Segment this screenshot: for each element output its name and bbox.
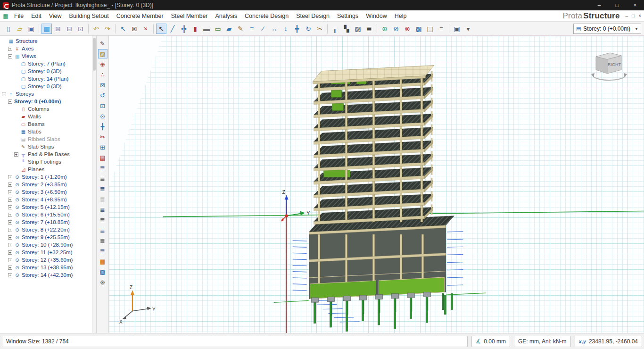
select-add-icon[interactable]: ↖: [118, 24, 128, 34]
load-case-3-icon[interactable]: ≣: [98, 184, 107, 193]
menu-steel-design[interactable]: Steel Design: [292, 11, 333, 21]
tree-item-storey-9-25-55m[interactable]: +⊙Storey: 9 (+25.55m): [0, 233, 92, 241]
pointer-icon[interactable]: ↖: [156, 24, 166, 34]
tree-item-strip-footings[interactable]: ╨Strip Footings: [0, 158, 92, 166]
save-icon[interactable]: ▣: [26, 24, 36, 34]
expand-icon[interactable]: +: [8, 47, 12, 51]
snap-points-icon[interactable]: ∴: [98, 70, 107, 79]
mdi-close-button[interactable]: ×: [638, 13, 641, 18]
tree-scrollbar[interactable]: [92, 36, 97, 333]
move-icon[interactable]: ╋: [292, 24, 302, 34]
chevron-down-icon[interactable]: ▾: [633, 26, 640, 31]
load-case-2-icon[interactable]: ≣: [98, 174, 107, 183]
expand-icon[interactable]: +: [8, 213, 12, 217]
annotate-icon[interactable]: ▨: [98, 49, 107, 58]
expand-icon[interactable]: +: [8, 250, 12, 255]
expand-icon[interactable]: +: [8, 190, 12, 194]
insert-column-icon[interactable]: ▮: [190, 24, 200, 34]
zoom-extents-icon[interactable]: ⊠: [98, 80, 107, 90]
viewport-3d[interactable]: ZYZXY RIGHT: [109, 36, 644, 333]
zoom-realtime-icon[interactable]: ⊙: [98, 111, 107, 121]
tree-item-ribbed-slabs[interactable]: ▤Ribbed Slabs: [0, 135, 92, 143]
tree-item-storey-0-3d[interactable]: ▢Storey: 0 (3D): [0, 67, 92, 75]
new-sheet-icon[interactable]: ⊡: [75, 24, 86, 34]
expand-icon[interactable]: +: [8, 220, 12, 224]
expand-icon[interactable]: +: [8, 258, 12, 262]
tree-item-storey-7-plan[interactable]: ▢Storey: 7 (Plan): [0, 60, 92, 67]
rotate-icon[interactable]: ↻: [303, 24, 314, 34]
measure-icon[interactable]: ▤: [98, 153, 107, 162]
expand-icon[interactable]: +: [8, 243, 12, 247]
load-combinations-icon[interactable]: ╥: [330, 24, 340, 34]
delete-icon[interactable]: ×: [140, 24, 151, 34]
tree-item-storey-3-6-50m[interactable]: +⊙Storey: 3 (+6.50m): [0, 188, 92, 196]
sketch-pencil-icon[interactable]: ✎: [98, 39, 107, 48]
align-icon[interactable]: ≡: [247, 24, 257, 34]
undo-icon[interactable]: ↶: [91, 24, 101, 34]
area-load-icon[interactable]: ▨: [353, 24, 363, 34]
expand-icon[interactable]: +: [8, 198, 12, 202]
sheet-stack-icon[interactable]: ⊟: [64, 24, 74, 34]
load-case-4-icon[interactable]: ≣: [98, 194, 107, 204]
slope-icon[interactable]: ∕: [258, 24, 268, 34]
close-button[interactable]: ×: [626, 0, 644, 10]
menu-settings[interactable]: Settings: [333, 11, 362, 21]
design-columns-icon[interactable]: ⊘: [391, 24, 401, 34]
tree-item-structure[interactable]: ▦Structure: [0, 37, 92, 45]
trim-icon[interactable]: ✂: [314, 24, 325, 34]
tree-item-storey-0-3d[interactable]: ▢Storey: 0 (3D): [0, 83, 92, 90]
expand-icon[interactable]: +: [8, 205, 12, 209]
collapse-icon[interactable]: −: [8, 54, 12, 58]
line-load-icon[interactable]: ≣: [364, 24, 374, 34]
expand-icon[interactable]: +: [8, 228, 12, 232]
tree-item-storey-7-18-85m[interactable]: +⊙Storey: 7 (+18.85m): [0, 218, 92, 226]
tree-scrollbar-thumb[interactable]: [93, 38, 96, 71]
display-settings-icon[interactable]: ▣: [452, 24, 462, 34]
zoom-window-icon[interactable]: ⊡: [98, 101, 107, 110]
menu-view[interactable]: View: [45, 11, 66, 21]
axis-grid-icon[interactable]: ╬: [179, 24, 189, 34]
insert-beam-icon[interactable]: ▭: [213, 24, 223, 34]
open-icon[interactable]: ▱: [15, 24, 25, 34]
design-beams-icon[interactable]: ⊗: [402, 24, 413, 34]
load-case-6-icon[interactable]: ≣: [98, 215, 107, 224]
tree-item-storey-14-42-30m[interactable]: +⊙Storey: 14 (+42.30m): [0, 271, 92, 279]
viewcube-orbit-ring[interactable]: [593, 75, 625, 80]
tree-item-slab-strips[interactable]: ✎Slab Strips: [0, 143, 92, 150]
menu-help[interactable]: Help: [391, 11, 411, 21]
pan-icon[interactable]: ╋: [98, 122, 107, 131]
redo-icon[interactable]: ↷: [102, 24, 113, 34]
tree-item-storey-10-28-90m[interactable]: +⊙Storey: 10 (+28.90m): [0, 241, 92, 249]
view-cube[interactable]: RIGHT: [587, 46, 630, 84]
load-case-5-icon[interactable]: ≣: [98, 205, 107, 214]
menu-concrete-design[interactable]: Concrete Design: [241, 11, 292, 21]
tree-item-storey-2-3-85m[interactable]: +⊙Storey: 2 (+3.85m): [0, 181, 92, 188]
run-analysis-icon[interactable]: ⊕: [380, 24, 390, 34]
tree-item-storey-8-22-20m[interactable]: +⊙Storey: 8 (+22.20m): [0, 226, 92, 233]
tree-item-axes[interactable]: +#Axes: [0, 45, 92, 52]
dimension-horizontal-icon[interactable]: ↔: [269, 24, 280, 34]
expand-icon[interactable]: +: [8, 266, 12, 270]
duplicate-view-icon[interactable]: ⊞: [53, 24, 63, 34]
snap-target-icon[interactable]: ⊕: [98, 59, 107, 69]
tree-item-storey-5-12-15m[interactable]: +⊙Storey: 5 (+12.15m): [0, 203, 92, 211]
copy-properties-icon[interactable]: ⊞: [98, 142, 107, 152]
layer-dropdown-icon[interactable]: ▾: [463, 24, 473, 34]
pattern-check-icon[interactable]: ▚: [341, 24, 352, 34]
tree-item-pad-pile-bases[interactable]: +╥Pad & Pile Bases: [0, 150, 92, 158]
tree-item-slabs[interactable]: ▦Slabs: [0, 128, 92, 135]
maximize-button[interactable]: □: [608, 0, 626, 10]
tree-item-storey-12-35-60m[interactable]: +⊙Storey: 12 (+35.60m): [0, 256, 92, 264]
new-icon[interactable]: ▯: [3, 24, 14, 34]
tree-item-storey-6-15-50m[interactable]: +⊙Storey: 6 (+15.50m): [0, 211, 92, 218]
insert-slab-icon[interactable]: ▰: [224, 24, 234, 34]
select-region-icon[interactable]: ⊠: [129, 24, 140, 34]
menu-analysis[interactable]: Analysis: [212, 11, 241, 21]
checker-display-icon[interactable]: ▩: [413, 24, 424, 34]
zoom-previous-icon[interactable]: ↺: [98, 91, 107, 100]
tree-item-storey-14-plan[interactable]: ▢Storey: 14 (Plan): [0, 75, 92, 83]
menu-edit[interactable]: Edit: [27, 11, 45, 21]
tree-item-storey-0-0-00m[interactable]: −Storey: 0 (+0.00m): [0, 98, 92, 105]
draw-line-icon[interactable]: ╱: [167, 24, 178, 34]
minimize-button[interactable]: –: [590, 0, 608, 10]
